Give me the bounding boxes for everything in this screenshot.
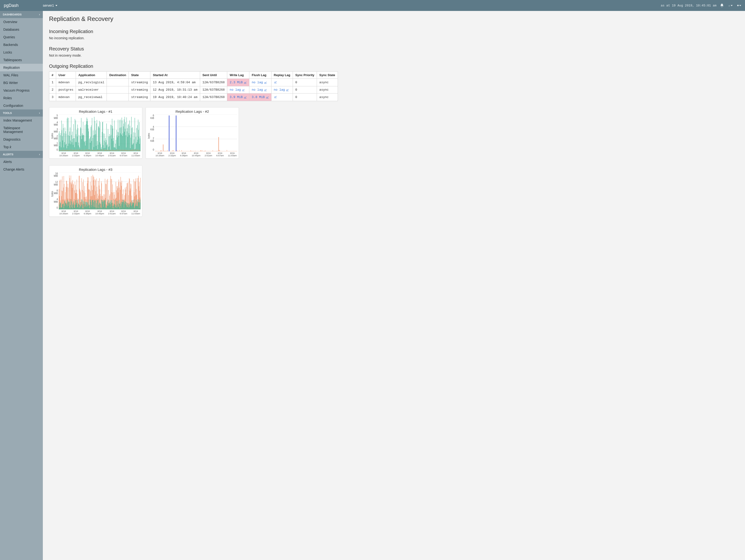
- chart-plot[interactable]: [59, 172, 141, 209]
- svg-rect-557: [76, 200, 76, 209]
- sidebar-item-databases[interactable]: Databases: [0, 26, 43, 33]
- svg-rect-175: [118, 132, 119, 151]
- svg-rect-545: [71, 207, 72, 209]
- svg-rect-691: [126, 202, 126, 209]
- lag-chart-link[interactable]: no lag: [252, 88, 267, 92]
- lag-chart-link[interactable]: no lag: [252, 80, 267, 84]
- sidebar-item-tablespaces[interactable]: Tablespaces: [0, 56, 43, 64]
- chart-y-label: bytes: [147, 114, 150, 157]
- table-cell: walreceiver: [76, 86, 107, 94]
- table-header: State: [129, 72, 150, 79]
- sidebar-item-wal-files[interactable]: WAL Files: [0, 71, 43, 79]
- lag-cell: no lag: [249, 79, 271, 86]
- sidebar-item-diagnostics[interactable]: Diagnostics: [0, 136, 43, 143]
- sidebar-item-configuration[interactable]: Configuration: [0, 102, 43, 109]
- svg-rect-701: [129, 204, 130, 209]
- svg-rect-256: [202, 150, 202, 151]
- lag-cell: 2.3 MiB: [227, 79, 249, 86]
- sidebar-item-backends[interactable]: Backends: [0, 41, 43, 48]
- table-row: 2postgreswalreceiverstreaming12 Aug 2019…: [49, 86, 338, 94]
- svg-rect-688: [125, 201, 125, 209]
- svg-rect-620: [99, 203, 100, 209]
- svg-rect-106: [93, 138, 93, 151]
- chart-title: Replication Lags - #3: [51, 167, 141, 171]
- svg-rect-27: [63, 128, 64, 151]
- svg-rect-98: [90, 138, 90, 151]
- table-cell: async: [317, 79, 338, 86]
- server-selector[interactable]: server1: [43, 4, 57, 7]
- bell-icon[interactable]: [720, 3, 724, 8]
- svg-rect-704: [131, 202, 131, 209]
- table-header: Write Lag: [227, 72, 249, 79]
- sidebar-item-alerts[interactable]: Alerts: [0, 158, 43, 166]
- svg-rect-275: [161, 150, 161, 151]
- svg-rect-298: [61, 196, 62, 209]
- svg-rect-521: [63, 204, 63, 209]
- svg-rect-574: [82, 200, 83, 209]
- svg-rect-72: [80, 136, 80, 151]
- sidebar-item-topk[interactable]: Top k: [0, 143, 43, 151]
- sidebar-item-tablespace-management[interactable]: Tablespace Management: [0, 124, 43, 136]
- svg-rect-728: [139, 202, 140, 209]
- svg-rect-227: [137, 140, 138, 151]
- sidebar-item-replication[interactable]: Replication: [0, 64, 43, 71]
- svg-rect-725: [138, 202, 139, 209]
- svg-rect-708: [132, 200, 132, 209]
- svg-rect-255: [172, 150, 172, 151]
- svg-rect-234: [140, 136, 140, 151]
- svg-rect-118: [97, 141, 97, 151]
- sidebar-item-bg-writer[interactable]: BG Writer: [0, 79, 43, 87]
- svg-rect-690: [125, 201, 126, 209]
- sidebar-item-index-management[interactable]: Index Management: [0, 117, 43, 124]
- lag-chart-link[interactable]: 3.8 MiB: [252, 95, 269, 99]
- svg-rect-76: [82, 139, 82, 151]
- table-header: Sent Until: [200, 72, 227, 79]
- svg-rect-327: [72, 188, 72, 209]
- chart-card: Replication Lags - #1bytes5 MiB4 MiB3 Mi…: [49, 107, 142, 159]
- svg-rect-179: [120, 128, 120, 151]
- gear-icon[interactable]: [737, 3, 741, 8]
- svg-rect-210: [131, 117, 132, 151]
- chart-icon[interactable]: [728, 3, 733, 8]
- sidebar-section-header[interactable]: ALERTS›: [0, 151, 43, 158]
- svg-rect-618: [98, 205, 99, 209]
- svg-rect-174: [118, 120, 118, 151]
- svg-rect-640: [107, 205, 107, 209]
- svg-rect-138: [104, 134, 105, 151]
- table-header: Replay Lag: [271, 72, 293, 79]
- sidebar-item-vacuum-progress[interactable]: Vacuum Progress: [0, 87, 43, 94]
- svg-rect-193: [125, 129, 125, 151]
- svg-rect-603: [93, 206, 93, 209]
- lag-chart-link[interactable]: [274, 95, 277, 98]
- svg-rect-124: [99, 121, 100, 151]
- svg-rect-671: [118, 207, 119, 209]
- sidebar-item-queries[interactable]: Queries: [0, 33, 43, 41]
- lag-chart-link[interactable]: 2.3 MiB: [230, 80, 247, 84]
- sidebar-section-header[interactable]: DASHBOARDS›: [0, 11, 43, 18]
- svg-rect-610: [96, 200, 96, 209]
- svg-rect-28: [64, 147, 64, 151]
- sidebar-item-roles[interactable]: Roles: [0, 94, 43, 102]
- svg-rect-268: [179, 150, 180, 151]
- svg-rect-697: [128, 204, 128, 209]
- lag-chart-link[interactable]: no lag: [230, 88, 245, 92]
- svg-rect-583: [86, 202, 86, 209]
- svg-rect-305: [64, 184, 64, 209]
- chart-plot[interactable]: [155, 114, 237, 151]
- sidebar-item-overview[interactable]: Overview: [0, 18, 43, 26]
- svg-rect-729: [140, 203, 140, 209]
- lag-chart-link[interactable]: 3.9 MiB: [230, 95, 247, 99]
- sidebar-item-locks[interactable]: Locks: [0, 48, 43, 56]
- table-header: Sync State: [317, 72, 338, 79]
- svg-rect-719: [136, 200, 136, 209]
- sidebar-section-header[interactable]: TOOLS›: [0, 109, 43, 117]
- lag-chart-link[interactable]: [274, 80, 277, 84]
- svg-rect-678: [121, 208, 121, 209]
- svg-rect-33: [65, 131, 66, 151]
- svg-rect-61: [76, 134, 76, 151]
- lag-chart-link[interactable]: no lag: [274, 88, 289, 92]
- sidebar-item-change-alerts[interactable]: Change Alerts: [0, 166, 43, 173]
- chart-plot[interactable]: [59, 114, 141, 151]
- table-row: 3mdevanpg_receivewalstreaming19 Aug 2019…: [49, 94, 338, 101]
- svg-rect-507: [139, 182, 139, 209]
